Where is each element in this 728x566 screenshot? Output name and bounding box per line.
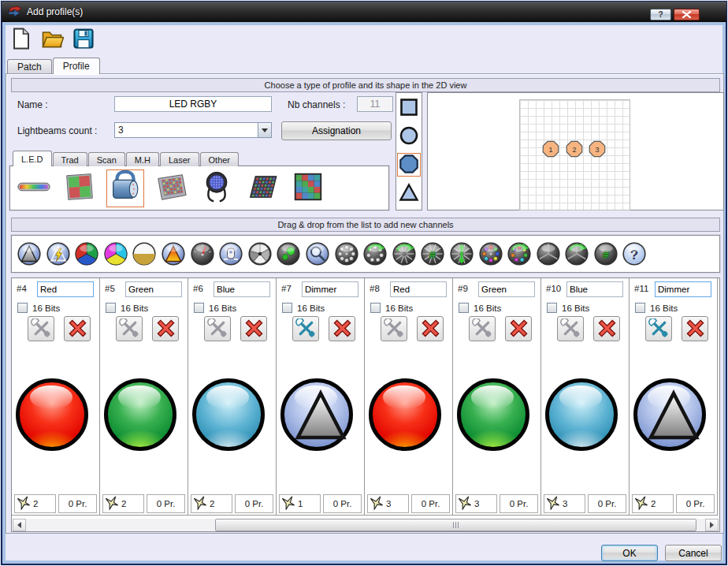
channel-delete-button[interactable]	[329, 316, 355, 341]
fixture-tab-trad[interactable]: Trad	[53, 152, 87, 166]
scroll-right-button[interactable]	[705, 519, 719, 531]
fixture-led-par[interactable]	[198, 169, 236, 207]
channel-settings-button[interactable]	[557, 316, 584, 341]
gobo-wheel-channel-icon[interactable]	[335, 242, 358, 266]
beam-count-cell[interactable]: 2	[102, 494, 144, 513]
16bits-checkbox[interactable]	[17, 303, 28, 313]
unknown-channel-icon[interactable]: ?	[622, 242, 646, 266]
beam-count-cell[interactable]: 3	[367, 494, 409, 513]
beam-1[interactable]: 1	[542, 140, 559, 158]
gobo-shake-channel-icon[interactable]	[450, 242, 474, 266]
moving-head-channel-icon[interactable]	[219, 242, 243, 266]
beam-count-cell[interactable]: 2	[14, 494, 56, 513]
assignation-button[interactable]: Assignation	[281, 121, 392, 140]
fixture-led-flood[interactable]	[152, 169, 190, 207]
presets-cell[interactable]: 0 Pr.	[235, 494, 273, 513]
channel-settings-button[interactable]	[204, 316, 231, 341]
fixture-led-pixel-panel[interactable]	[289, 169, 327, 207]
presets-cell[interactable]: 0 Pr.	[500, 494, 538, 513]
presets-cell[interactable]: 0 Pr.	[411, 494, 450, 513]
strobe-channel-icon[interactable]	[46, 242, 70, 266]
fixture-led-bar[interactable]	[15, 169, 53, 207]
16bits-checkbox[interactable]	[370, 303, 381, 313]
white-channel-icon[interactable]	[132, 242, 156, 266]
channel-orb-dimmer[interactable]	[633, 378, 706, 451]
channel-delete-button[interactable]	[64, 316, 91, 341]
presets-cell[interactable]: 0 Pr.	[147, 494, 185, 513]
channel-delete-button[interactable]	[152, 316, 179, 341]
open-profile-button[interactable]	[39, 27, 65, 52]
channel-orb-blue[interactable]	[545, 378, 618, 451]
dimmer-channel-icon[interactable]	[17, 242, 41, 266]
fixture-led-can-selected[interactable]	[106, 169, 144, 207]
channel-delete-button[interactable]	[593, 316, 620, 341]
channel-settings-button[interactable]	[292, 316, 319, 341]
scrollbar-thumb[interactable]	[215, 519, 696, 531]
channel-orb-green[interactable]	[104, 378, 176, 451]
channel-settings-button[interactable]	[116, 316, 143, 341]
channel-orb-green[interactable]	[457, 378, 529, 451]
iris-channel-icon[interactable]	[248, 242, 272, 266]
shape-octagon[interactable]	[397, 153, 421, 177]
channel-settings-button[interactable]	[469, 316, 496, 341]
fixture-tab-other[interactable]: Other	[200, 152, 240, 166]
16bits-checkbox[interactable]	[194, 303, 204, 313]
color-wheel-rotation-channel-icon[interactable]	[507, 242, 531, 266]
channel-name-input[interactable]	[37, 281, 94, 297]
fixture-tab-mh[interactable]: M.H	[126, 152, 159, 166]
fixture-led-matrix[interactable]	[243, 169, 281, 207]
gobo-rotation-channel-icon[interactable]	[363, 242, 387, 266]
help-button[interactable]: ?	[650, 9, 671, 20]
16bits-checkbox[interactable]	[282, 303, 292, 313]
beam-2[interactable]: 2	[566, 140, 583, 158]
cmy-color-channel-icon[interactable]	[104, 242, 128, 266]
beam-count-cell[interactable]: 2	[632, 494, 674, 513]
gobo-spin-channel-icon[interactable]	[392, 242, 416, 266]
combo-dropdown-button[interactable]	[258, 123, 271, 137]
rgb-color-channel-icon[interactable]	[75, 242, 98, 266]
channel-delete-button[interactable]	[417, 316, 444, 341]
channel-delete-button[interactable]	[682, 316, 708, 341]
16bits-checkbox[interactable]	[547, 303, 557, 313]
beam-count-cell[interactable]: 2	[191, 494, 232, 513]
scroll-left-button[interactable]	[13, 519, 26, 531]
titlebar[interactable]: Add profile(s) ?	[2, 2, 726, 22]
channel-delete-button[interactable]	[240, 316, 267, 341]
beam-3[interactable]: 3	[589, 140, 606, 158]
channel-name-input[interactable]	[214, 281, 270, 297]
channel-name-input[interactable]	[125, 281, 182, 297]
speed-channel-icon[interactable]	[191, 242, 214, 266]
lightbeams-select[interactable]: 3	[114, 122, 272, 138]
profile-name-input[interactable]	[114, 96, 272, 112]
fixture-tab-led[interactable]: L.E.D	[13, 151, 52, 166]
tab-patch[interactable]: Patch	[7, 59, 52, 74]
prism-index-channel-icon[interactable]: #	[594, 242, 618, 266]
prism-channel-icon[interactable]	[537, 242, 560, 266]
channel-name-input[interactable]	[302, 281, 358, 297]
shape-circle[interactable]	[397, 125, 421, 148]
channel-orb-red[interactable]	[16, 378, 88, 451]
channel-orb-dimmer[interactable]	[280, 378, 353, 451]
channel-name-input[interactable]	[478, 281, 535, 297]
color-wheel-channel-icon[interactable]	[479, 242, 503, 266]
amber-channel-icon[interactable]	[162, 242, 185, 266]
zoom-channel-icon[interactable]	[306, 242, 329, 266]
channel-settings-button[interactable]	[28, 316, 54, 341]
shape-triangle[interactable]	[397, 181, 421, 205]
laser-channel-icon[interactable]	[277, 242, 300, 266]
channel-delete-button[interactable]	[505, 316, 532, 341]
horizontal-scrollbar[interactable]	[13, 519, 719, 531]
channel-settings-button[interactable]	[381, 316, 407, 341]
channel-name-input[interactable]	[390, 281, 447, 297]
save-profile-button[interactable]	[71, 27, 96, 52]
channel-orb-red[interactable]	[369, 378, 441, 451]
beam-count-cell[interactable]: 3	[455, 494, 497, 513]
cancel-button[interactable]: Cancel	[665, 545, 722, 561]
channel-name-input[interactable]	[566, 281, 623, 297]
presets-cell[interactable]: 0 Pr.	[676, 494, 715, 513]
fixture-led-panel[interactable]	[61, 169, 98, 207]
2d-grid[interactable]: 123	[519, 99, 630, 210]
16bits-checkbox[interactable]	[106, 303, 116, 313]
fixture-tab-scan[interactable]: Scan	[88, 152, 125, 166]
beam-count-cell[interactable]: 1	[279, 494, 321, 513]
